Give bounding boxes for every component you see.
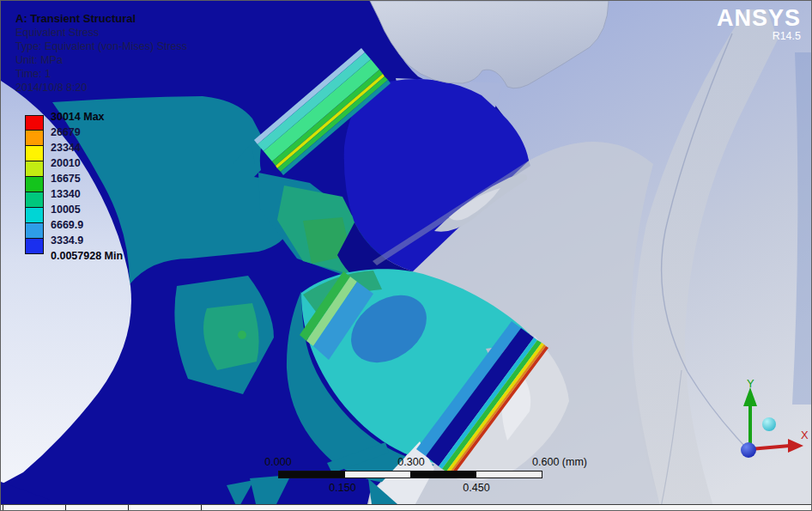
scale-segment — [279, 471, 345, 478]
table-divider — [65, 505, 66, 511]
x-axis[interactable] — [750, 446, 790, 449]
ansys-logo: ANSYS R14.5 — [717, 6, 801, 42]
result-type: Type: Equivalent (von-Mises) Stress — [15, 40, 187, 53]
legend-value: 30014 Max — [51, 109, 123, 125]
legend-chip — [25, 115, 44, 131]
scale-segment — [345, 471, 411, 478]
table-divider — [201, 505, 202, 511]
legend-color-bar — [25, 115, 44, 254]
x-axis-label[interactable]: X — [801, 429, 809, 441]
analysis-title: A: Transient Structural — [15, 12, 187, 26]
z-axis-ball[interactable] — [741, 442, 756, 458]
result-name: Equivalent Stress — [15, 26, 187, 40]
ansys-graphics-window: A: Transient Structural Equivalent Stres… — [0, 0, 812, 511]
orientation-triad[interactable]: Y X — [718, 377, 810, 473]
scale-segment — [410, 471, 476, 478]
ansys-brand-text: ANSYS — [717, 6, 801, 30]
legend-value: 16675 — [51, 171, 123, 186]
legend-value: 26679 — [51, 125, 123, 140]
scale-label-150: 0.150 — [329, 482, 355, 494]
result-time: Time: 1 — [15, 67, 187, 81]
legend-chip — [25, 146, 44, 161]
legend-value: 0.0057928 Min — [51, 248, 123, 264]
table-divider — [128, 505, 129, 511]
legend-labels: 30014 Max2667923344200101667513340100056… — [51, 109, 123, 264]
legend-value: 6669.9 — [51, 217, 123, 233]
scale-segment — [476, 471, 542, 478]
legend-chip — [25, 208, 44, 223]
scale-label-0: 0.000 — [264, 456, 291, 468]
scale-label-600-mm: 0.600 (mm) — [532, 456, 587, 468]
bottom-table-strip[interactable] — [1, 504, 812, 510]
y-axis-arrowhead[interactable] — [743, 387, 757, 406]
legend-value: 13340 — [51, 186, 123, 202]
result-datetime: 2014/10/8 8:20 — [15, 81, 187, 94]
legend-chip — [25, 131, 44, 146]
result-info-block: A: Transient Structural Equivalent Stres… — [15, 12, 187, 94]
legend-value: 10005 — [51, 202, 123, 217]
scale-label-300: 0.300 — [397, 456, 424, 468]
legend-chip — [25, 239, 44, 254]
legend-value: 20010 — [51, 155, 123, 171]
table-divider — [3, 505, 3, 511]
legend-value: 23344 — [51, 140, 123, 155]
y-axis-label[interactable]: Y — [747, 377, 754, 390]
legend-chip — [25, 192, 44, 208]
scale-label-450: 0.450 — [463, 482, 489, 494]
result-unit: Unit: MPa — [15, 53, 187, 67]
legend-chip — [25, 177, 44, 192]
scale-ruler — [278, 471, 542, 478]
ansys-version-text: R14.5 — [717, 30, 801, 42]
legend-chip — [25, 223, 44, 239]
legend-value: 3334.9 — [51, 233, 123, 248]
iso-view-ball[interactable] — [762, 417, 776, 431]
legend-chip — [25, 161, 44, 177]
